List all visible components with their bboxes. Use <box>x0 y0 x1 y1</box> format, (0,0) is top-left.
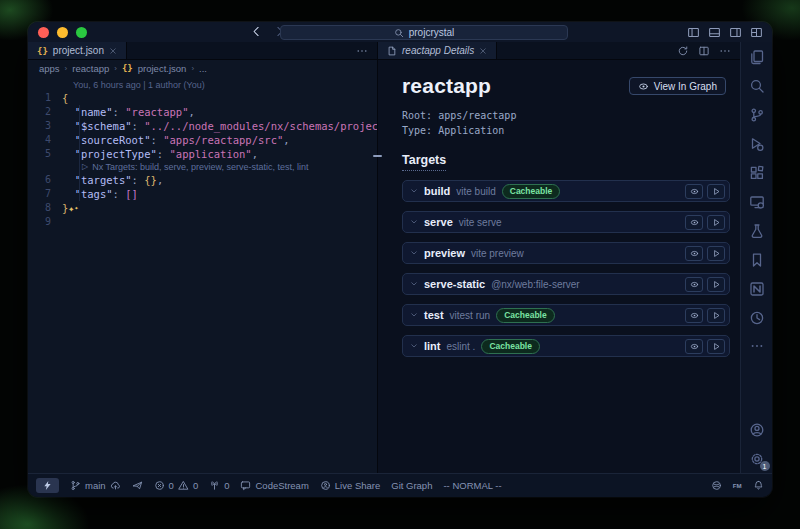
run-target-button[interactable] <box>707 339 725 354</box>
run-target-button[interactable] <box>707 215 725 230</box>
activity-extensions[interactable] <box>749 165 765 181</box>
close-tab-icon[interactable] <box>479 47 487 55</box>
breadcrumb-reactapp[interactable]: reactapp <box>72 63 109 74</box>
code-line-7[interactable]: 7 "tags": [] <box>28 187 377 201</box>
toggle-primary-sidebar-icon[interactable] <box>687 26 700 39</box>
eye-icon <box>690 280 699 289</box>
view-target-button[interactable] <box>685 308 703 323</box>
code-line-1[interactable]: 1{ <box>28 91 377 105</box>
view-in-graph-button[interactable]: View In Graph <box>629 77 726 95</box>
more-actions-icon[interactable] <box>356 45 368 57</box>
status-text: CodeStream <box>255 480 308 491</box>
line-number: 6 <box>28 173 62 187</box>
status-publish-status[interactable] <box>132 480 143 491</box>
activity-nx-console[interactable] <box>749 281 765 297</box>
status-remote-indicator[interactable] <box>36 478 59 493</box>
toggle-panel-icon[interactable] <box>708 26 721 39</box>
status-text: Live Share <box>335 480 380 491</box>
target-card-preview[interactable]: previewvite preview <box>402 242 730 264</box>
code-line-6[interactable]: 6 "targets": {}, <box>28 173 377 187</box>
split-editor-icon[interactable] <box>698 45 710 57</box>
status-git-graph[interactable]: Git Graph <box>391 480 432 491</box>
target-card-serve-static[interactable]: serve-static@nx/web:file-server <box>402 273 730 295</box>
code-line-4[interactable]: 4 "sourceRoot": "apps/reactapp/src", <box>28 133 377 147</box>
code-line-3[interactable]: 3 "$schema": "../../node_modules/nx/sche… <box>28 119 377 133</box>
target-command: vite build <box>456 186 495 197</box>
workbench: {} project.json apps › reactapp › {} pro… <box>28 42 772 473</box>
breadcrumb-project-json[interactable]: project.json <box>138 63 187 74</box>
tab-reactapp-details[interactable]: reactapp Details <box>378 42 497 59</box>
activity-bookmarks[interactable] <box>749 252 765 268</box>
chevron-down-icon <box>410 342 418 350</box>
code-line-9[interactable]: 9 <box>28 215 377 229</box>
eye-icon <box>638 81 649 92</box>
breadcrumb-separator: › <box>191 64 194 73</box>
activity-source-control[interactable] <box>749 107 765 123</box>
customize-layout-icon[interactable] <box>750 26 763 39</box>
code-line-5[interactable]: 5 "projectType": "application", <box>28 147 377 161</box>
activity-files[interactable] <box>749 49 765 65</box>
status-prettier[interactable] <box>711 480 722 491</box>
status-git-branch-status[interactable]: main <box>70 480 121 491</box>
breadcrumb-symbol[interactable]: ... <box>199 63 207 74</box>
view-target-button[interactable] <box>685 339 703 354</box>
zoom-window-button[interactable] <box>76 27 87 38</box>
activity-history[interactable] <box>749 310 765 326</box>
close-tab-icon[interactable] <box>109 47 117 55</box>
git-blame-codelens[interactable]: You, 6 hours ago | 1 author (You) <box>28 79 377 91</box>
activity-settings-gear[interactable]: 1 <box>749 451 765 467</box>
run-target-button[interactable] <box>707 277 725 292</box>
eye-icon <box>690 311 699 320</box>
titlebar-layout-actions <box>687 26 763 39</box>
sash-handle[interactable] <box>373 155 382 157</box>
status-format-toggle[interactable]: FM <box>732 480 743 491</box>
code-line-8[interactable]: 8}✦✦ <box>28 201 377 215</box>
history-icon <box>749 310 765 326</box>
more-actions-icon[interactable] <box>719 45 731 57</box>
breadcrumb-separator: › <box>114 64 117 73</box>
target-card-lint[interactable]: linteslint .Cacheable <box>402 335 730 357</box>
code-editor[interactable]: You, 6 hours ago | 1 author (You)1{2 "na… <box>28 76 377 473</box>
view-target-button[interactable] <box>685 184 703 199</box>
go-back-button[interactable] <box>250 25 263 38</box>
breadcrumb-apps[interactable]: apps <box>39 63 60 74</box>
play-icon <box>712 218 721 227</box>
tab-project-json[interactable]: {} project.json <box>28 42 127 59</box>
activity-account[interactable] <box>749 422 765 438</box>
target-card-test[interactable]: testvitest runCacheable <box>402 304 730 326</box>
target-command: eslint . <box>447 341 476 352</box>
run-target-button[interactable] <box>707 308 725 323</box>
status-vim-mode[interactable]: -- NORMAL -- <box>443 480 501 491</box>
minimize-window-button[interactable] <box>57 27 68 38</box>
view-target-button[interactable] <box>685 215 703 230</box>
zap-icon <box>42 480 53 491</box>
activity-search[interactable] <box>749 78 765 94</box>
target-card-build[interactable]: buildvite buildCacheable <box>402 180 730 202</box>
toggle-secondary-sidebar-icon[interactable] <box>729 26 742 39</box>
status-codestream[interactable]: CodeStream <box>240 480 308 491</box>
view-target-button[interactable] <box>685 246 703 261</box>
project-type-line: Type: Application <box>402 123 730 138</box>
fm-icon: FM <box>732 480 743 491</box>
live-share-icon <box>320 480 331 491</box>
target-card-serve[interactable]: servevite serve <box>402 211 730 233</box>
status-ports[interactable]: 0 <box>209 480 229 491</box>
refresh-icon[interactable] <box>677 45 689 57</box>
code-line-2[interactable]: 2 "name": "reactapp", <box>28 105 377 119</box>
activity-testing[interactable] <box>749 223 765 239</box>
status-problems[interactable]: 00 <box>154 480 199 491</box>
activity-run-debug[interactable] <box>749 136 765 152</box>
command-center-search[interactable]: projcrystal <box>280 25 568 40</box>
close-window-button[interactable] <box>38 27 49 38</box>
status-live-share[interactable]: Live Share <box>320 480 380 491</box>
run-target-button[interactable] <box>707 246 725 261</box>
cacheable-badge: Cacheable <box>502 184 561 199</box>
status-notifications[interactable] <box>753 480 764 491</box>
view-target-button[interactable] <box>685 277 703 292</box>
cacheable-badge: Cacheable <box>496 308 555 323</box>
run-target-button[interactable] <box>707 184 725 199</box>
nx-targets-codelens[interactable]: ▷Nx Targets: build, serve, preview, serv… <box>28 161 377 173</box>
activity-more[interactable] <box>750 339 764 353</box>
activity-remote-explorer[interactable] <box>749 194 765 210</box>
line-number: 4 <box>28 133 62 147</box>
